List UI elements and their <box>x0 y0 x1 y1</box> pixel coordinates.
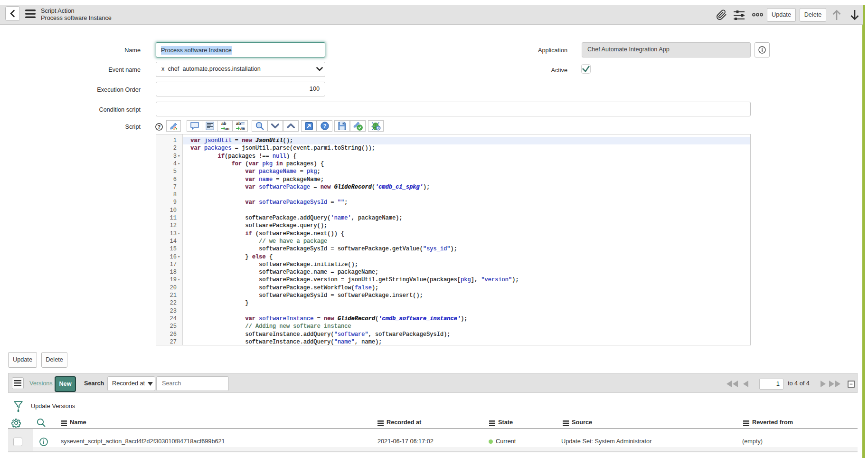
svg-text:?: ? <box>323 123 326 129</box>
svg-text:ac: ac <box>240 126 245 131</box>
svg-text:?: ? <box>158 124 160 130</box>
svg-text:ac: ac <box>225 126 229 131</box>
svg-text:ab: ab <box>236 121 241 126</box>
svg-text:↻: ↻ <box>377 126 380 131</box>
svg-text:ab: ab <box>221 121 226 126</box>
